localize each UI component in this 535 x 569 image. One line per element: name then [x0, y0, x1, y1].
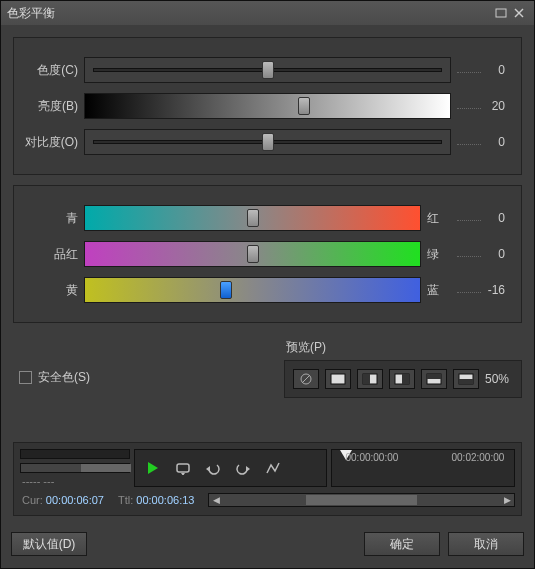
green-label: 绿 [421, 246, 451, 263]
preview-mode-top-button[interactable] [421, 369, 447, 389]
yellow-blue-value: -16 [451, 283, 511, 297]
timeline-scrollbar[interactable]: ◀ ▶ [208, 493, 515, 507]
preview-mode-bottom-button[interactable] [453, 369, 479, 389]
color-panel: 青 红 0 品红 绿 0 黄 蓝 -16 [13, 185, 522, 323]
loop-button[interactable] [169, 456, 197, 480]
svg-marker-18 [246, 466, 250, 472]
ruler-tick-0: 00:00:00:00 [346, 452, 399, 463]
close-icon[interactable] [510, 6, 528, 20]
safe-color-option[interactable]: 安全色(S) [13, 339, 90, 386]
brightness-slider[interactable] [84, 93, 451, 119]
ruler-tick-1: 00:02:00:00 [452, 452, 505, 463]
window-title: 色彩平衡 [7, 5, 55, 22]
titlebar[interactable]: 色彩平衡 [1, 1, 534, 25]
blue-label: 蓝 [421, 282, 451, 299]
magenta-green-slider[interactable] [84, 241, 421, 267]
yellow-label: 黄 [24, 282, 84, 299]
safe-color-label: 安全色(S) [38, 369, 90, 386]
undo-button[interactable] [199, 456, 227, 480]
svg-marker-14 [148, 462, 158, 474]
cyan-red-slider[interactable] [84, 205, 421, 231]
svg-rect-15 [177, 464, 189, 472]
svg-rect-9 [402, 374, 409, 384]
mini-scrollbar[interactable] [20, 463, 130, 473]
svg-rect-11 [427, 374, 441, 379]
hue-label: 色度(C) [24, 62, 84, 79]
preview-mode-right-button[interactable] [389, 369, 415, 389]
preview-title: 预览(P) [284, 339, 522, 356]
redo-button[interactable] [229, 456, 257, 480]
maximize-icon[interactable] [492, 6, 510, 20]
ttl-time: 00:00:06:13 [136, 494, 194, 506]
yellow-blue-slider[interactable] [84, 277, 421, 303]
contrast-slider[interactable] [84, 129, 451, 155]
safe-color-checkbox[interactable] [19, 371, 32, 384]
scroll-left-icon[interactable]: ◀ [209, 494, 223, 506]
ok-button[interactable]: 确定 [364, 532, 440, 556]
svg-rect-13 [459, 379, 473, 384]
preview-disable-button[interactable] [293, 369, 319, 389]
graph-button[interactable] [259, 456, 287, 480]
svg-marker-16 [181, 473, 185, 475]
svg-rect-0 [496, 9, 506, 17]
hue-value: 0 [451, 63, 511, 77]
track-slot [20, 449, 130, 459]
preview-box: 50% [284, 360, 522, 398]
tone-panel: 色度(C) 0 亮度(B) 20 对比度(O) 0 [13, 37, 522, 175]
scroll-right-icon[interactable]: ▶ [500, 494, 514, 506]
preview-mode-full-button[interactable] [325, 369, 351, 389]
svg-line-4 [302, 375, 310, 383]
hue-slider[interactable] [84, 57, 451, 83]
timeline-ruler[interactable]: 00:00:00:00 00:02:00:00 [331, 449, 516, 487]
cyan-label: 青 [24, 210, 84, 227]
svg-marker-17 [206, 466, 210, 472]
contrast-value: 0 [451, 135, 511, 149]
timeline-panel: ----- --- 00:00:00:00 00:02:00:00 [13, 442, 522, 516]
play-button[interactable] [139, 456, 167, 480]
preview-percent: 50% [485, 372, 513, 386]
magenta-label: 品红 [24, 246, 84, 263]
cyan-red-value: 0 [451, 211, 511, 225]
brightness-value: 20 [451, 99, 511, 113]
magenta-green-value: 0 [451, 247, 511, 261]
svg-rect-7 [363, 374, 370, 384]
brightness-label: 亮度(B) [24, 98, 84, 115]
defaults-button[interactable]: 默认值(D) [11, 532, 87, 556]
red-label: 红 [421, 210, 451, 227]
cancel-button[interactable]: 取消 [448, 532, 524, 556]
preview-mode-left-button[interactable] [357, 369, 383, 389]
contrast-label: 对比度(O) [24, 134, 84, 151]
color-balance-dialog: 色彩平衡 色度(C) 0 亮度(B) 20 [0, 0, 535, 569]
ttl-label: Ttl: [118, 494, 133, 506]
cur-label: Cur: [22, 494, 43, 506]
track-dashes: ----- --- [20, 475, 130, 487]
cur-time: 00:00:06:07 [46, 494, 104, 506]
svg-rect-5 [331, 374, 345, 384]
